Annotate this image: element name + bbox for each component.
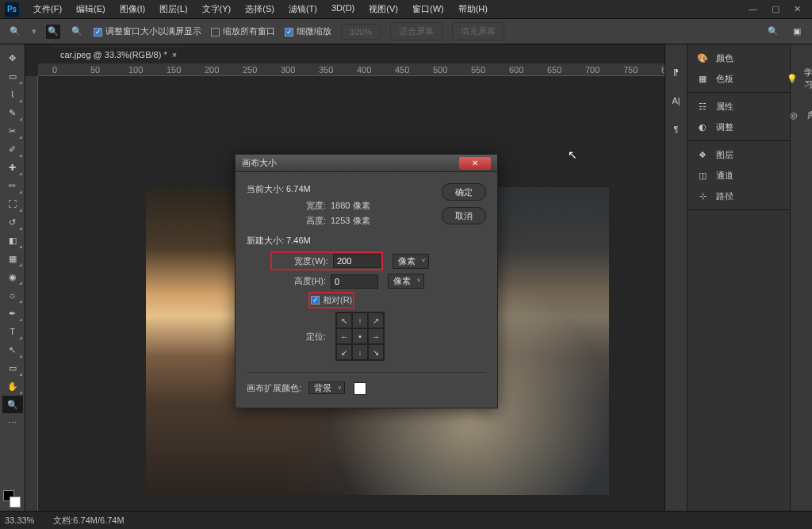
ruler-vertical bbox=[25, 76, 38, 511]
cancel-button[interactable]: 取消 bbox=[442, 207, 486, 224]
marquee-tool[interactable]: ▭ bbox=[2, 67, 23, 85]
width-input[interactable] bbox=[333, 254, 381, 268]
menu-edit[interactable]: 编辑(E) bbox=[70, 1, 112, 17]
ruler-horizontal: 0501001502002503003504004505005506006507… bbox=[38, 63, 665, 76]
document-tab[interactable]: car.jpeg @ 33.3%(RGB/8) * × bbox=[52, 46, 185, 63]
type-tool[interactable]: T bbox=[2, 323, 23, 340]
stamp-tool[interactable]: ⛶ bbox=[2, 195, 23, 213]
history-brush-tool[interactable]: ↺ bbox=[2, 213, 23, 231]
window-minimize-icon[interactable]: — bbox=[749, 4, 757, 14]
panel-libraries[interactable]: ◎库 bbox=[783, 106, 812, 124]
window-maximize-icon[interactable]: ▢ bbox=[772, 4, 779, 14]
move-tool[interactable]: ✥ bbox=[2, 49, 23, 67]
path-select-tool[interactable]: ↖ bbox=[2, 341, 23, 358]
menu-file[interactable]: 文件(F) bbox=[27, 1, 68, 17]
menu-bar: 文件(F) 编辑(E) 图像(I) 图层(L) 文字(Y) 选择(S) 滤镜(T… bbox=[27, 1, 494, 17]
menu-select[interactable]: 选择(S) bbox=[239, 1, 281, 17]
character-panel-icon[interactable]: ⁋ bbox=[669, 65, 684, 79]
edit-toolbar[interactable]: ⋯ bbox=[2, 414, 23, 431]
current-width-value: 1880 像素 bbox=[331, 200, 370, 212]
zoom-in-icon[interactable]: 🔍 bbox=[46, 25, 60, 39]
grid-icon: ▦ bbox=[695, 71, 710, 86]
tool-palette: ✥ ▭ ⌇ ✎ ✂ ✐ ✚ ✏ ⛶ ↺ ◧ ▦ ◉ ☼ ✒ T ↖ ▭ ✋ 🔍 … bbox=[0, 44, 25, 511]
fit-screen-button[interactable]: 适合屏幕 bbox=[390, 22, 442, 40]
relative-label: 相对(R) bbox=[323, 294, 352, 306]
cloud-icon: ◎ bbox=[787, 108, 801, 122]
brush-tool[interactable]: ✏ bbox=[2, 177, 23, 194]
dialog-titlebar[interactable]: 画布大小 ✕ bbox=[236, 155, 497, 172]
panel-properties[interactable]: ☷属性 bbox=[688, 96, 790, 117]
crop-tool[interactable]: ✂ bbox=[2, 122, 23, 140]
panel-color[interactable]: 🎨颜色 bbox=[688, 48, 790, 68]
anchor-label: 定位: bbox=[270, 331, 326, 343]
height-label: 高度(H): bbox=[270, 275, 326, 287]
ext-color-select[interactable]: 背景 bbox=[308, 381, 345, 394]
glyph-panel-icon[interactable]: ¶ bbox=[669, 122, 684, 136]
layers-icon: ❖ bbox=[695, 148, 710, 162]
doc-size[interactable]: 文档:6.74M/6.74M bbox=[53, 515, 124, 527]
gradient-tool[interactable]: ▦ bbox=[2, 250, 23, 267]
panel-channels[interactable]: ◫通道 bbox=[688, 165, 790, 186]
current-width-label: 宽度: bbox=[270, 200, 326, 212]
dodge-tool[interactable]: ☼ bbox=[2, 286, 23, 304]
current-height-value: 1253 像素 bbox=[331, 215, 370, 227]
menu-type[interactable]: 文字(Y) bbox=[196, 1, 238, 17]
scrubby-zoom-option[interactable]: 细微缩放 bbox=[285, 25, 331, 37]
width-unit-select[interactable]: 像素 bbox=[393, 254, 429, 269]
scale-all-option[interactable]: 缩放所有窗口 bbox=[211, 25, 275, 37]
status-bar: 33.33% 文档:6.74M/6.74M bbox=[0, 511, 812, 529]
ext-color-label: 画布扩展颜色: bbox=[247, 383, 301, 393]
paragraph-panel-icon[interactable]: A| bbox=[669, 94, 684, 108]
quick-select-tool[interactable]: ✎ bbox=[2, 104, 23, 121]
channels-icon: ◫ bbox=[695, 168, 710, 182]
panel-layers[interactable]: ❖图层 bbox=[688, 144, 790, 165]
paths-icon: ⊹ bbox=[695, 189, 710, 203]
window-close-icon[interactable]: ✕ bbox=[794, 4, 801, 14]
panel-adjustments[interactable]: ◐调整 bbox=[688, 117, 790, 137]
menu-image[interactable]: 图像(I) bbox=[113, 1, 151, 17]
panel-swatches[interactable]: ▦色板 bbox=[688, 68, 790, 89]
menu-view[interactable]: 视图(V) bbox=[362, 1, 404, 17]
relative-highlight: 相对(R) bbox=[308, 292, 354, 309]
workspace-icon[interactable]: ▣ bbox=[790, 25, 804, 39]
menu-filter[interactable]: 滤镜(T) bbox=[282, 1, 324, 17]
width-label: 宽度(W): bbox=[273, 255, 328, 267]
healing-tool[interactable]: ✚ bbox=[2, 159, 23, 176]
lasso-tool[interactable]: ⌇ bbox=[2, 86, 23, 103]
zoom-tool[interactable]: 🔍 bbox=[2, 396, 23, 413]
eyedropper-tool[interactable]: ✐ bbox=[2, 140, 23, 158]
color-swatches[interactable] bbox=[3, 490, 21, 508]
canvas-size-dialog: 画布大小 ✕ 确定 取消 当前大小: 6.74M 宽度:1880 像素 高度:1… bbox=[235, 154, 498, 408]
circle-half-icon: ◐ bbox=[695, 120, 710, 134]
bulb-icon: 💡 bbox=[787, 71, 798, 86]
eraser-tool[interactable]: ◧ bbox=[2, 232, 23, 249]
pen-tool[interactable]: ✒ bbox=[2, 305, 23, 322]
fill-screen-button[interactable]: 填充屏幕 bbox=[452, 22, 504, 40]
height-unit-select[interactable]: 像素 bbox=[388, 274, 424, 289]
height-input[interactable] bbox=[331, 274, 378, 289]
shape-tool[interactable]: ▭ bbox=[2, 359, 23, 377]
anchor-grid[interactable]: ↖↑↗←•→↙↓↘ bbox=[335, 312, 385, 361]
menu-help[interactable]: 帮助(H) bbox=[452, 1, 494, 17]
relative-checkbox[interactable] bbox=[311, 296, 320, 305]
zoom-tool-icon[interactable]: 🔍 bbox=[8, 25, 22, 39]
ext-color-swatch[interactable] bbox=[354, 382, 366, 395]
resize-to-fit-option[interactable]: 调整窗口大小以满屏显示 bbox=[94, 25, 201, 37]
zoom-100-button: 100% bbox=[341, 24, 381, 40]
menu-layer[interactable]: 图层(L) bbox=[153, 1, 193, 17]
ok-button[interactable]: 确定 bbox=[442, 183, 486, 201]
width-highlight: 宽度(W): bbox=[270, 251, 383, 270]
new-size-label: 新建大小: 7.46M bbox=[247, 235, 486, 247]
hand-tool[interactable]: ✋ bbox=[2, 378, 23, 395]
dialog-title: 画布大小 bbox=[242, 157, 277, 169]
panel-learn[interactable]: 💡学习 bbox=[783, 65, 812, 92]
search-icon[interactable]: 🔍 bbox=[766, 25, 780, 39]
zoom-out-icon[interactable]: 🔍 bbox=[70, 25, 84, 39]
dialog-close-button[interactable]: ✕ bbox=[459, 157, 491, 170]
panel-paths[interactable]: ⊹路径 bbox=[688, 186, 790, 206]
menu-window[interactable]: 窗口(W) bbox=[406, 1, 450, 17]
zoom-level[interactable]: 33.33% bbox=[5, 516, 34, 525]
palette-icon: 🎨 bbox=[695, 51, 710, 65]
blur-tool[interactable]: ◉ bbox=[2, 268, 23, 286]
menu-3d[interactable]: 3D(D) bbox=[325, 1, 361, 17]
